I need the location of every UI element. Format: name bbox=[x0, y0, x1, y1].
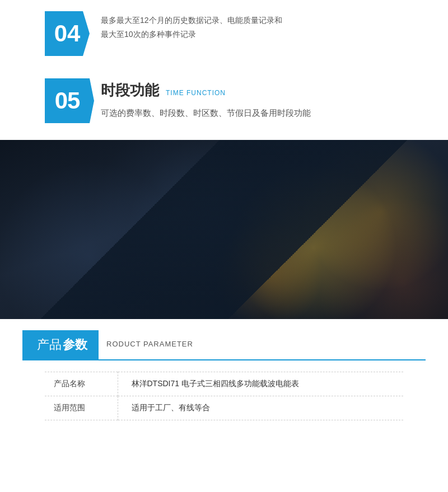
table-cell-value: 适用于工厂、有线等合 bbox=[118, 396, 403, 420]
params-title-plain: 产品 bbox=[37, 336, 62, 353]
params-title-en: RODUCT PARAMETER bbox=[106, 340, 193, 350]
feature-04-row: 04 最多最大至12个月的历史数据记录、电能质量记录和 最大至10次的多种事件记… bbox=[45, 11, 403, 56]
diagonal-overlay bbox=[0, 140, 448, 319]
params-header: 产品 参数 RODUCT PARAMETER bbox=[22, 330, 426, 360]
feature-04-desc-line1: 最多最大至12个月的历史数据记录、电能质量记录和 bbox=[101, 13, 403, 27]
feature-04-desc-line2: 最大至10次的多种事件记录 bbox=[101, 27, 403, 41]
table-cell-label: 产品名称 bbox=[45, 372, 118, 396]
product-params-section: 产品 参数 RODUCT PARAMETER 产品名称 林洋DTSDI71 电子… bbox=[0, 330, 448, 420]
feature-05-number-box: 05 bbox=[45, 78, 90, 123]
table-row: 产品名称 林洋DTSDI71 电子式三相四线多功能载波电能表 bbox=[45, 372, 403, 396]
bokeh-section bbox=[0, 140, 448, 319]
feature-04-content: 最多最大至12个月的历史数据记录、电能质量记录和 最大至10次的多种事件记录 bbox=[101, 11, 403, 41]
feature-05-row: 05 时段功能 TIME FUNCTION 可选的费率数、时段数、时区数、节假日… bbox=[45, 78, 403, 123]
table-cell-value: 林洋DTSDI71 电子式三相四线多功能载波电能表 bbox=[118, 372, 403, 396]
feature-05-title-en: TIME FUNCTION bbox=[166, 89, 226, 97]
feature-04-number: 04 bbox=[54, 20, 81, 47]
table-row: 适用范围 适用于工厂、有线等合 bbox=[45, 396, 403, 420]
params-table: 产品名称 林洋DTSDI71 电子式三相四线多功能载波电能表 适用范围 适用于工… bbox=[45, 372, 403, 420]
prev-feature-section: 04 最多最大至12个月的历史数据记录、电能质量记录和 最大至10次的多种事件记… bbox=[0, 0, 448, 140]
feature-05-number: 05 bbox=[55, 87, 80, 114]
feature-05-description: 可选的费率数、时段数、时区数、节假日及备用时段功能 bbox=[101, 106, 403, 120]
params-title-bold: 参数 bbox=[63, 336, 87, 353]
feature-05-title-cn: 时段功能 bbox=[101, 81, 159, 100]
feature-05-title-row: 时段功能 TIME FUNCTION bbox=[101, 81, 403, 100]
table-cell-label: 适用范围 bbox=[45, 396, 118, 420]
params-title-box: 产品 参数 bbox=[26, 330, 99, 359]
feature-05-content: 时段功能 TIME FUNCTION 可选的费率数、时段数、时区数、节假日及备用… bbox=[101, 78, 403, 120]
feature-04-number-box: 04 bbox=[45, 11, 90, 56]
